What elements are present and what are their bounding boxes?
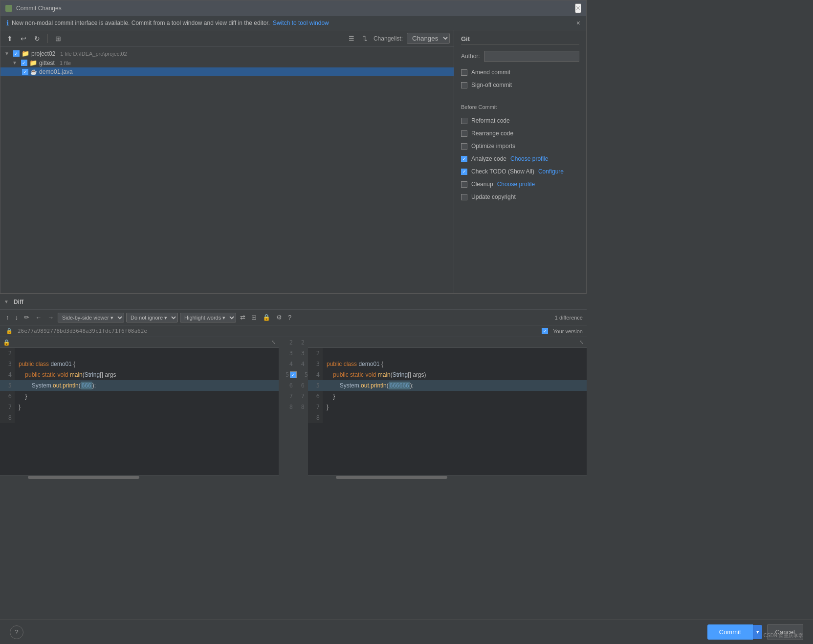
mid-line-4: 4 4 [279, 359, 308, 369]
sort-button[interactable]: ⇅ [360, 34, 370, 43]
reformat-code-checkbox[interactable] [461, 118, 467, 124]
file-checkbox[interactable] [22, 69, 28, 75]
update-copyright-label: Update copyright [471, 193, 516, 200]
project-meta: 1 file D:\IDEA_pro\project02 [60, 51, 127, 57]
left-code-view: 2 3 public class demo01 { 4 public stati… [0, 348, 279, 475]
author-label: Author: [461, 53, 480, 60]
commit-dropdown-button[interactable]: ▾ [753, 625, 762, 639]
diff-sync-button[interactable]: ⇄ [238, 313, 247, 322]
right-code-line-5: 5 System.out.println(666666); [308, 380, 587, 391]
diff-back-button[interactable]: ← [33, 313, 44, 322]
amend-commit-checkbox[interactable] [461, 69, 467, 76]
right-code-line-7: 7 } [308, 402, 587, 412]
check-todo-row: Check TODO (Show All) Configure [461, 167, 579, 176]
right-code-view: 2 3 public class demo01 { 4 public stati… [308, 348, 587, 475]
left-code-line-2: 2 [0, 348, 279, 359]
diff-content: 🔒 ⤡ 2 3 public class demo01 { [0, 337, 587, 479]
diff-prev-button[interactable]: ↑ [4, 313, 11, 322]
tree-module-item[interactable]: ▼ 📁 gittest 1 file [0, 58, 454, 67]
undo-button[interactable]: ↩ [18, 33, 29, 44]
move-up-button[interactable]: ⬆ [4, 33, 15, 44]
collapse-module-icon[interactable]: ▼ [12, 60, 17, 65]
left-code-line-8: 8 [0, 412, 279, 423]
tree-project-item[interactable]: ▼ 📁 project02 1 file D:\IDEA_pro\project… [0, 49, 454, 58]
check-todo-checkbox[interactable] [461, 169, 467, 175]
diff-settings-button[interactable]: ⚙ [274, 313, 284, 322]
right-maximize-icon[interactable]: ⤡ [579, 339, 584, 345]
sign-off-checkbox[interactable] [461, 82, 467, 88]
analyze-code-label: Analyze code [471, 155, 506, 162]
mid-line-2: 2 2 [279, 337, 308, 348]
rearrange-code-checkbox[interactable] [461, 130, 467, 137]
diff-highlight-select[interactable]: Highlight words ▾ [180, 313, 236, 322]
changelist-label: Changelist: [374, 35, 403, 42]
update-copyright-checkbox[interactable] [461, 194, 467, 200]
analyze-code-profile-link[interactable]: Choose profile [510, 155, 548, 162]
optimize-imports-label: Optimize imports [471, 143, 515, 150]
mid-line-8: 8 8 [279, 402, 308, 412]
check-todo-configure-link[interactable]: Configure [538, 168, 564, 175]
diff-section: ▼ Diff ↑ ↓ ✏ ← → Side-by-side viewer ▾ D… [0, 293, 587, 479]
cleanup-label: Cleanup [471, 181, 493, 188]
optimize-imports-row: Optimize imports [461, 141, 579, 151]
module-checkbox[interactable] [21, 60, 27, 66]
mid-line-6: 6 6 [279, 380, 308, 391]
author-field: Author: [461, 51, 579, 62]
bottom-bar: ? Commit ▾ Cancel [0, 620, 813, 644]
diff-hash: 26e77a9892778bd3d3648a39c1fdc71f6f08a62e [18, 328, 147, 334]
amend-commit-label: Amend commit [471, 69, 510, 76]
diff-ignore-select[interactable]: Do not ignore ▾ [126, 313, 178, 322]
analyze-code-checkbox[interactable] [461, 156, 467, 162]
diff-next-button[interactable]: ↓ [13, 313, 21, 322]
left-scrollbar[interactable] [0, 475, 279, 479]
refresh-button[interactable]: ↻ [32, 33, 43, 44]
diff-edit-button[interactable]: ✏ [22, 313, 31, 322]
optimize-imports-checkbox[interactable] [461, 143, 467, 150]
left-code-line-4: 4 public static void main(String[] args [0, 369, 279, 380]
left-diff-content: 2 3 public class demo01 { 4 public stati… [0, 348, 279, 475]
left-code-line-6: 6 } [0, 391, 279, 402]
project-checkbox[interactable] [13, 50, 20, 57]
watermark: CSDN @重庆李寒 [764, 632, 803, 639]
left-pane-header: 🔒 ⤡ [0, 337, 279, 348]
left-scrollbar-thumb [28, 476, 139, 479]
left-maximize-icon[interactable]: ⤡ [271, 339, 276, 345]
right-code-line-4: 4 public static void main(String[] args) [308, 369, 587, 380]
diff-collapse-button[interactable]: ⊞ [249, 313, 259, 322]
project-label: project02 [31, 50, 55, 57]
analyze-code-row: Analyze code Choose profile [461, 154, 579, 164]
mid-line-5: 5 5 [279, 369, 308, 380]
help-button[interactable]: ? [10, 625, 23, 639]
switch-to-tool-window-link[interactable]: Switch to tool window [273, 20, 329, 26]
diff-accept-checkbox[interactable] [290, 371, 297, 378]
collapse-project-icon[interactable]: ▼ [4, 51, 9, 56]
diff-include-checkbox[interactable] [542, 328, 548, 334]
diff-viewer-select[interactable]: Side-by-side viewer ▾ [58, 313, 124, 322]
project-folder-icon: 📁 [22, 50, 29, 57]
close-info-button[interactable]: × [576, 19, 580, 27]
diff-lock-button[interactable]: 🔒 [261, 313, 272, 322]
collapse-diff-icon[interactable]: ▼ [4, 299, 9, 304]
module-folder-icon: 📁 [29, 59, 37, 66]
section-divider [461, 97, 579, 97]
tree-file-item[interactable]: ☕ demo01.java [0, 67, 454, 76]
align-button[interactable]: ☰ [347, 34, 356, 43]
changelist-select[interactable]: Changes [407, 33, 450, 44]
left-code-line-5: 5 System.out.println(666); [0, 380, 279, 391]
mid-line-7: 7 7 [279, 391, 308, 402]
diff-forward-button[interactable]: → [45, 313, 56, 322]
commit-button[interactable]: Commit [707, 624, 753, 640]
cleanup-checkbox[interactable] [461, 181, 467, 188]
info-icon: ℹ [6, 19, 9, 27]
cleanup-profile-link[interactable]: Choose profile [497, 181, 535, 188]
module-meta: 1 file [60, 60, 71, 66]
right-scrollbar-thumb [336, 476, 447, 479]
file-label: demo01.java [39, 68, 73, 75]
right-scrollbar[interactable] [308, 475, 587, 479]
author-input[interactable] [484, 51, 579, 62]
close-dialog-button[interactable]: × [575, 3, 581, 13]
rearrange-code-row: Rearrange code [461, 129, 579, 138]
group-button[interactable]: ⊞ [53, 33, 64, 44]
files-toolbar: ⬆ ↩ ↻ ⊞ ☰ ⇅ Changelist: Changes [0, 30, 454, 47]
diff-help-button[interactable]: ? [286, 313, 293, 322]
